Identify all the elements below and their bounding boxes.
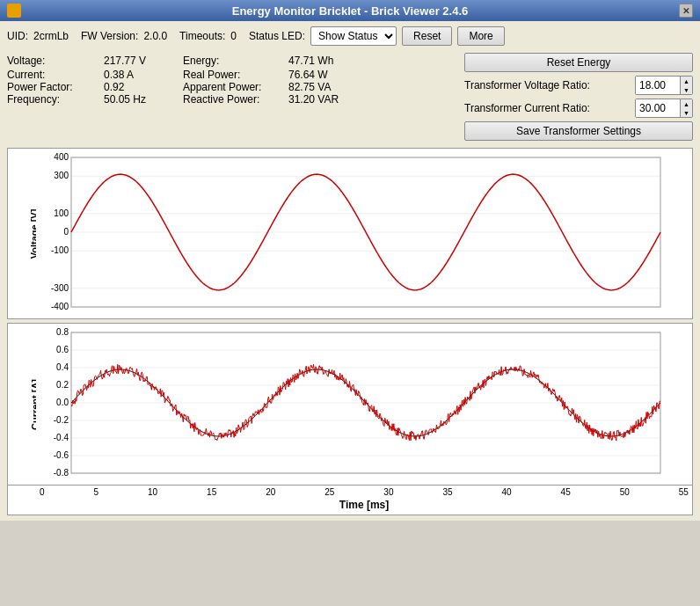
uid-value: 2crmLb bbox=[33, 30, 69, 42]
energy-value: 47.71 Wh bbox=[288, 53, 339, 69]
transformer-current-up[interactable]: ▲ bbox=[681, 99, 692, 108]
transformer-current-input[interactable] bbox=[636, 99, 680, 117]
transformer-voltage-down[interactable]: ▼ bbox=[681, 85, 692, 94]
voltage-chart: Voltage [V] bbox=[7, 148, 693, 319]
timeouts-value: 0 bbox=[230, 30, 237, 42]
close-button[interactable]: ✕ bbox=[679, 4, 693, 18]
current-chart-area bbox=[36, 324, 689, 482]
metrics-left: Voltage: 217.77 V Energy: 47.71 Wh Curre… bbox=[7, 53, 457, 141]
reset-energy-button[interactable]: Reset Energy bbox=[464, 53, 693, 72]
apparent-power-value: 82.75 VA bbox=[288, 81, 339, 93]
real-power-label: Real Power: bbox=[183, 69, 288, 81]
charts-container: Voltage [V] Current [A] 0510152025303540… bbox=[7, 148, 693, 515]
fw-label: FW Version: bbox=[81, 30, 138, 42]
transformer-voltage-input[interactable] bbox=[636, 77, 680, 94]
current-row: Current: 0.38 A Real Power: 76.64 W bbox=[7, 69, 339, 81]
uid-label: UID: bbox=[7, 30, 28, 42]
power-factor-row: Power Factor: 0.92 Apparent Power: 82.75… bbox=[7, 81, 339, 93]
power-factor-value: 0.92 bbox=[104, 81, 183, 93]
transformer-current-spinbox: ▲ ▼ bbox=[680, 99, 692, 117]
timeouts-label: Timeouts: bbox=[179, 30, 225, 42]
save-transformer-button[interactable]: Save Transformer Settings bbox=[464, 121, 693, 141]
more-button[interactable]: More bbox=[457, 26, 504, 46]
frequency-value: 50.05 Hz bbox=[104, 93, 183, 106]
x-ticks: 0510152025303540455055 bbox=[40, 487, 689, 497]
voltage-row: Voltage: 217.77 V Energy: 47.71 Wh bbox=[7, 53, 339, 69]
transformer-current-input-wrap: ▲ ▼ bbox=[635, 99, 693, 118]
app-icon bbox=[7, 4, 21, 18]
transformer-current-down[interactable]: ▼ bbox=[681, 108, 692, 117]
transformer-voltage-label: Transformer Voltage Ratio: bbox=[464, 79, 631, 91]
status-led-select[interactable]: Show Status Off On Heartbeat bbox=[310, 26, 397, 46]
transformer-voltage-input-wrap: ▲ ▼ bbox=[635, 76, 693, 95]
energy-label: Energy: bbox=[183, 53, 288, 69]
current-chart: Current [A] bbox=[7, 323, 693, 486]
fw-value: 2.0.0 bbox=[143, 30, 167, 42]
status-led-label: Status LED: bbox=[249, 30, 305, 42]
right-controls: Reset Energy Transformer Voltage Ratio: … bbox=[464, 53, 693, 141]
voltage-value: 217.77 V bbox=[104, 53, 183, 69]
voltage-label: Voltage: bbox=[7, 53, 104, 69]
window-title: Energy Monitor Bricklet - Brick Viewer 2… bbox=[21, 4, 679, 18]
main-content: UID: 2crmLb FW Version: 2.0.0 Timeouts: … bbox=[0, 21, 700, 521]
title-bar: Energy Monitor Bricklet - Brick Viewer 2… bbox=[0, 0, 700, 21]
frequency-row: Frequency: 50.05 Hz Reactive Power: 31.2… bbox=[7, 93, 339, 106]
x-axis-container: 0510152025303540455055 Time [ms] bbox=[7, 486, 693, 515]
reset-button[interactable]: Reset bbox=[402, 26, 452, 46]
x-axis-label: Time [ms] bbox=[339, 499, 389, 511]
current-label: Current: bbox=[7, 69, 104, 81]
transformer-current-row: Transformer Current Ratio: ▲ ▼ bbox=[464, 99, 693, 118]
reactive-power-label: Reactive Power: bbox=[183, 93, 288, 106]
frequency-label: Frequency: bbox=[7, 93, 104, 106]
power-factor-label: Power Factor: bbox=[7, 81, 104, 93]
toolbar: UID: 2crmLb FW Version: 2.0.0 Timeouts: … bbox=[7, 26, 693, 46]
transformer-voltage-spinbox: ▲ ▼ bbox=[680, 77, 692, 94]
current-value: 0.38 A bbox=[104, 69, 183, 81]
transformer-voltage-up[interactable]: ▲ bbox=[681, 77, 692, 85]
info-panel: Voltage: 217.77 V Energy: 47.71 Wh Curre… bbox=[7, 53, 693, 141]
current-canvas bbox=[36, 324, 667, 482]
voltage-canvas bbox=[36, 149, 667, 316]
transformer-voltage-row: Transformer Voltage Ratio: ▲ ▼ bbox=[464, 76, 693, 95]
transformer-current-label: Transformer Current Ratio: bbox=[464, 102, 631, 114]
real-power-value: 76.64 W bbox=[288, 69, 339, 81]
reactive-power-value: 31.20 VAR bbox=[288, 93, 339, 106]
voltage-chart-area bbox=[36, 149, 689, 316]
apparent-power-label: Apparent Power: bbox=[183, 81, 288, 93]
